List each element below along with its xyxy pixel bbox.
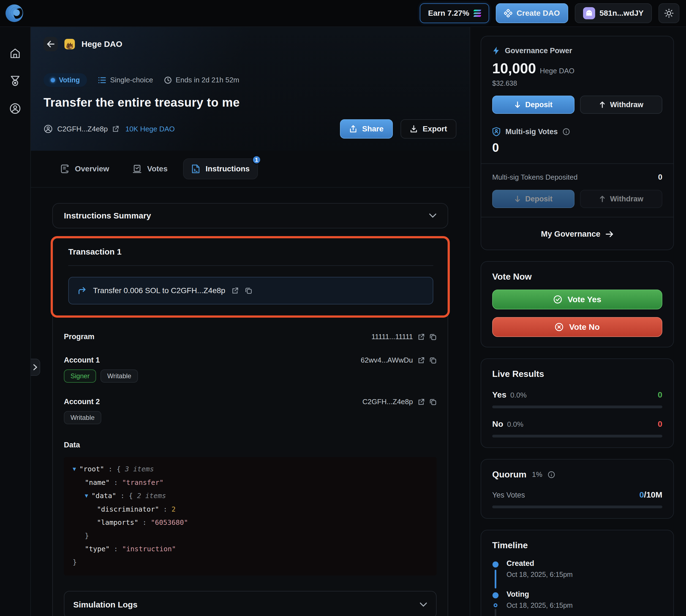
timeline-item-created: Created Oct 18, 2025, 6:15pm: [492, 559, 662, 578]
lightning-icon: [492, 46, 500, 55]
check-circle-icon: [553, 295, 562, 304]
instructions-summary-title: Instructions Summary: [64, 211, 151, 220]
writable-badge: Writable: [100, 370, 138, 383]
dao-name[interactable]: Hege DAO: [82, 39, 122, 49]
right-sidebar: Governance Power 10,000Hege DAO $32.638 …: [470, 27, 686, 616]
my-governance-link[interactable]: My Governance: [492, 226, 662, 240]
earn-button[interactable]: Earn 7.27%: [420, 3, 489, 23]
realms-logo[interactable]: [5, 4, 23, 22]
governance-dao-name: Hege DAO: [540, 67, 574, 75]
timeline-date: Oct 18, 2025, 6:15pm: [506, 601, 573, 609]
realms-dao-page: Earn 7.27% Create DAO 581n...wdJY: [0, 0, 686, 616]
quorum-pct: 1%: [532, 470, 542, 479]
vote-yes-button[interactable]: Vote Yes: [492, 289, 662, 309]
governance-power-title: Governance Power: [505, 47, 572, 55]
tab-overview[interactable]: Overview: [52, 159, 117, 179]
sidebar-item-rewards[interactable]: [8, 74, 22, 88]
account2-address[interactable]: C2GFH...Z4e8p: [362, 398, 413, 406]
multisig-withdraw-button[interactable]: Withdraw: [580, 190, 662, 208]
status-badge: Voting: [44, 73, 87, 87]
signer-badge: Signer: [64, 370, 96, 383]
vote-no-button[interactable]: Vote No: [492, 317, 662, 337]
arrow-down-icon: [514, 195, 521, 202]
withdraw-button[interactable]: Withdraw: [580, 95, 662, 114]
transaction-highlight-annotation: Transaction 1 Transfer 0.006 SOL to C2GF…: [51, 236, 450, 317]
author-avatar-icon: [44, 124, 53, 134]
data-label: Data: [64, 441, 437, 449]
wallet-button[interactable]: 581n...wdJY: [575, 3, 652, 23]
governance-amount: 10,000: [492, 60, 536, 76]
sidebar-item-home[interactable]: [8, 47, 22, 60]
transaction-title: Transaction 1: [68, 247, 433, 257]
program-row: Program 11111...11111: [64, 332, 437, 341]
top-bar: Earn 7.27% Create DAO 581n...wdJY: [0, 0, 686, 27]
copy-icon[interactable]: [430, 333, 437, 340]
tab-votes-label: Votes: [147, 164, 168, 173]
sidebar-item-profile[interactable]: [8, 102, 22, 115]
proposal-title: Transfer the entire treasury to me: [44, 95, 456, 109]
instructions-summary-toggle[interactable]: Instructions Summary: [52, 203, 448, 228]
yes-result-count: 0: [658, 390, 662, 399]
dao-diamonds-icon: [504, 9, 512, 17]
ballot-icon: [132, 164, 142, 174]
yes-result-pct: 0.0%: [510, 391, 658, 399]
account2-row: Account 2 C2GFH...Z4e8p: [64, 398, 437, 406]
sidebar-expand-button[interactable]: [31, 359, 40, 376]
timeline-label: Voting: [506, 590, 573, 599]
simulation-logs-toggle[interactable]: Simulation Logs: [64, 591, 437, 616]
governance-usd-value: $32.638: [492, 79, 662, 87]
arrow-down-icon: [514, 101, 521, 108]
author-address[interactable]: C2GFH...Z4e8p: [57, 125, 108, 133]
back-button[interactable]: [44, 37, 58, 51]
copy-icon[interactable]: [430, 398, 437, 405]
withdraw-label: Withdraw: [610, 101, 643, 109]
status-label: Voting: [59, 76, 80, 84]
program-address[interactable]: 11111...11111: [371, 332, 413, 341]
info-icon[interactable]: [563, 128, 570, 135]
tab-instructions[interactable]: Instructions 1: [183, 158, 258, 179]
ends-in: Ends in 2d 21h 52m: [164, 76, 239, 84]
external-link-icon[interactable]: [418, 334, 425, 340]
account1-row: Account 1 62wv4...AWwDu: [64, 356, 437, 365]
deposit-button[interactable]: Deposit: [492, 95, 574, 114]
multisig-deposit-button[interactable]: Deposit: [492, 190, 574, 208]
theme-toggle-button[interactable]: [659, 3, 679, 23]
chevron-right-icon: [33, 364, 38, 371]
copy-icon[interactable]: [245, 287, 252, 294]
author-token-link[interactable]: 10K Hege DAO: [125, 125, 175, 133]
external-link-icon[interactable]: [418, 399, 425, 405]
simulation-logs-title: Simulation Logs: [73, 600, 137, 609]
deposit-label: Deposit: [525, 195, 552, 203]
writable-badge: Writable: [64, 411, 101, 424]
json-collapse-toggle[interactable]: ▼: [73, 462, 76, 476]
phantom-wallet-icon: [583, 7, 595, 19]
external-link-icon[interactable]: [112, 126, 119, 132]
export-button[interactable]: Export: [401, 119, 456, 138]
yes-result-label: Yes: [492, 390, 506, 399]
user-circle-icon: [9, 103, 21, 115]
tab-votes[interactable]: Votes: [125, 159, 175, 178]
chevron-down-icon: [419, 602, 427, 607]
create-dao-button[interactable]: Create DAO: [496, 3, 568, 23]
copy-icon[interactable]: [430, 357, 437, 364]
account1-label: Account 1: [64, 356, 100, 365]
external-link-icon[interactable]: [418, 357, 425, 364]
external-link-icon[interactable]: [232, 287, 238, 294]
info-icon[interactable]: [548, 471, 555, 478]
transfer-instruction-row[interactable]: Transfer 0.006 SOL to C2GFH...Z4e8p: [68, 277, 433, 304]
share-button[interactable]: Share: [340, 119, 393, 138]
yes-progress-bar: [492, 405, 662, 408]
vote-yes-label: Vote Yes: [568, 295, 601, 304]
clock-icon: [164, 76, 172, 84]
my-governance-label: My Governance: [541, 229, 600, 239]
earn-label: Earn 7.27%: [428, 9, 469, 18]
chevron-down-icon: [429, 213, 437, 218]
live-results-title: Live Results: [492, 369, 662, 379]
quorum-card: Quorum 1% Yes Votes 0/10M: [481, 459, 674, 519]
export-label: Export: [422, 125, 447, 133]
quorum-current: 0: [639, 490, 644, 499]
account1-address[interactable]: 62wv4...AWwDu: [361, 356, 413, 365]
live-results-card: Live Results Yes 0.0% 0 No 0.0% 0: [481, 358, 674, 448]
json-collapse-toggle[interactable]: ▼: [85, 489, 88, 502]
no-result-pct: 0.0%: [507, 420, 658, 429]
